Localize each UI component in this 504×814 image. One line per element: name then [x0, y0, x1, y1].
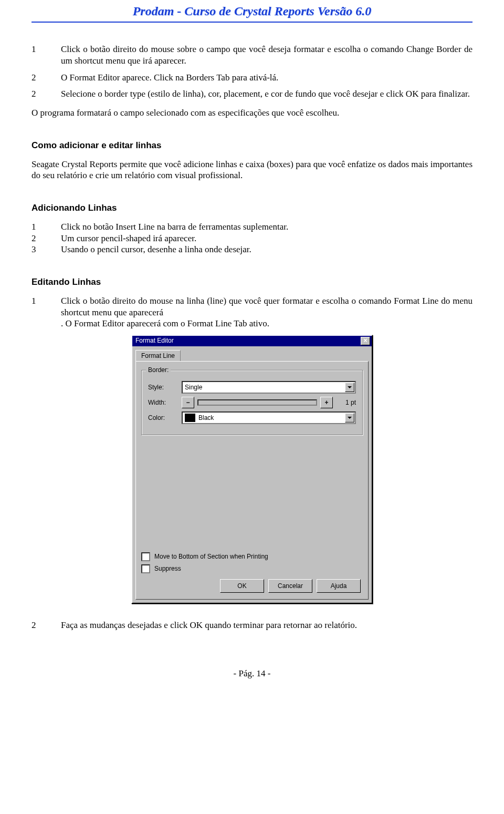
color-select[interactable]: Black: [182, 411, 356, 424]
color-value: Black: [198, 414, 214, 422]
step-row: 1 Click o botão direito do mouse sobre o…: [32, 44, 472, 67]
checkbox-row[interactable]: Suppress: [141, 564, 363, 573]
ok-button[interactable]: OK: [220, 579, 264, 593]
step-number: 1: [32, 295, 61, 329]
step-row: 3 Usando o pencil cursor, desenhe a linh…: [32, 244, 472, 255]
step-text: Click o botão direito do mouse na linha …: [61, 295, 472, 329]
style-value: Single: [185, 384, 202, 391]
checkbox[interactable]: [141, 564, 150, 573]
cancel-button[interactable]: Cancelar: [268, 579, 312, 593]
step-row: 1 Click no botão Insert Line na barra de…: [32, 221, 472, 233]
checkbox[interactable]: [141, 552, 150, 561]
style-select[interactable]: Single: [182, 381, 356, 394]
step-text: Faça as mudanças desejadas e click OK qu…: [61, 620, 472, 631]
heading: Como adicionar e editar linhas: [32, 140, 472, 151]
tab-panel: Border: Style: Single Width: −: [135, 361, 369, 600]
dialog-title: Format Editor: [134, 337, 361, 345]
step-text: Um cursor pencil-shaped irá aparecer.: [61, 233, 472, 244]
chevron-down-icon[interactable]: [345, 383, 354, 392]
step-number: 2: [32, 88, 61, 100]
step-row: 2 Faça as mudanças desejadas e click OK …: [32, 620, 472, 631]
divider: [32, 22, 472, 23]
paragraph: O programa formatará o campo selecionado…: [32, 107, 472, 119]
step-row: 2 Selecione o border type (estilo de lin…: [32, 88, 472, 100]
step-number: 1: [32, 221, 61, 233]
step-row: 1 Click o botão direito do mouse na linh…: [32, 295, 472, 329]
color-label: Color:: [148, 414, 182, 422]
step-text-part2: . O Format Editor aparecerá com o Format…: [61, 318, 269, 328]
heading: Editando Linhas: [32, 276, 472, 288]
step-text: Click o botão direito do mouse sobre o c…: [61, 44, 472, 67]
heading: Adicionando Linhas: [32, 202, 472, 214]
step-text: Usando o pencil cursor, desenhe a linha …: [61, 244, 472, 255]
step-text: O Format Editor aparece. Click na Border…: [61, 72, 472, 84]
width-label: Width:: [148, 399, 182, 407]
page-title: Prodam - Curso de Crystal Reports Versão…: [0, 0, 504, 22]
step-row: 2 Um cursor pencil-shaped irá aparecer.: [32, 233, 472, 244]
color-swatch-icon: [185, 414, 195, 422]
close-icon[interactable]: ×: [361, 337, 370, 345]
width-increase-button[interactable]: +: [320, 397, 333, 408]
step-number: 2: [32, 620, 61, 631]
border-group: Border: Style: Single Width: −: [141, 370, 363, 435]
checkbox-row[interactable]: Move to Bottom of Section when Printing: [141, 552, 363, 561]
step-number: 2: [32, 72, 61, 84]
width-decrease-button[interactable]: −: [182, 397, 194, 408]
step-row: 2 O Format Editor aparece. Click na Bord…: [32, 72, 472, 84]
tab-format-line[interactable]: Format Line: [135, 350, 181, 362]
step-number: 3: [32, 244, 61, 255]
paragraph: Seagate Crystal Reports permite que você…: [32, 159, 472, 182]
checkbox-label: Move to Bottom of Section when Printing: [154, 553, 268, 561]
step-text: Selecione o border type (estilo de linha…: [61, 88, 472, 100]
style-label: Style:: [148, 384, 182, 391]
page-footer: - Pág. 14 -: [32, 668, 472, 679]
step-number: 1: [32, 44, 61, 67]
width-value: 1 pt: [336, 399, 356, 407]
step-text: Click no botão Insert Line na barra de f…: [61, 221, 472, 233]
checkbox-label: Suppress: [154, 565, 181, 573]
dialog-titlebar: Format Editor ×: [132, 336, 372, 346]
group-legend: Border:: [146, 366, 171, 374]
width-slider[interactable]: [197, 399, 317, 406]
help-button[interactable]: Ajuda: [317, 579, 361, 593]
step-text-part1: Click o botão direito do mouse na linha …: [61, 296, 472, 317]
chevron-down-icon[interactable]: [345, 413, 354, 423]
step-number: 2: [32, 233, 61, 244]
format-editor-dialog: Format Editor × Format Line Border: Styl…: [131, 335, 373, 604]
